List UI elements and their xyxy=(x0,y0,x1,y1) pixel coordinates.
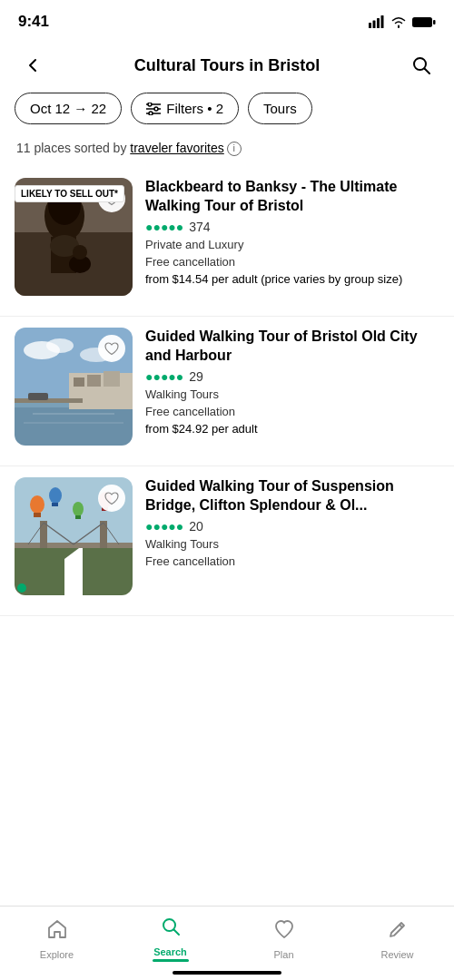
status-time: 9:41 xyxy=(18,13,49,31)
svg-rect-0 xyxy=(369,23,371,28)
card-2-stars: ●●●●● xyxy=(145,369,183,384)
svg-point-42 xyxy=(73,502,84,516)
nav-explore-label: Explore xyxy=(40,949,74,960)
svg-point-25 xyxy=(46,338,74,353)
card-3-title[interactable]: Guided Walking Tour of Suspension Bridge… xyxy=(145,477,439,515)
svg-rect-2 xyxy=(377,18,380,28)
card-1-stars: ●●●●● xyxy=(145,220,183,234)
svg-point-38 xyxy=(30,495,44,514)
battery-icon xyxy=(412,16,436,28)
svg-rect-32 xyxy=(104,371,120,387)
card-2-image-wrap xyxy=(15,328,133,449)
svg-rect-31 xyxy=(87,375,101,387)
card-2-title[interactable]: Guided Walking Tour of Bristol Old City … xyxy=(145,328,439,366)
card-2-review-count: 29 xyxy=(189,369,203,384)
tours-chip-label: Tours xyxy=(263,101,297,116)
card-2-price: from $24.92 per adult xyxy=(145,422,439,436)
signal-icon xyxy=(369,15,385,28)
filters-chip[interactable]: Filters • 2 xyxy=(131,93,239,124)
pencil-nav-icon xyxy=(387,918,409,946)
home-indicator xyxy=(173,971,281,975)
nav-review[interactable]: Review xyxy=(340,918,454,960)
nav-search[interactable]: Search xyxy=(114,916,227,962)
filters-chip-label: Filters • 2 xyxy=(166,101,223,116)
info-icon[interactable]: i xyxy=(227,142,242,156)
header: Cultural Tours in Bristol xyxy=(0,40,454,93)
filter-row: Oct 12 → 22 Filters • 2 Tours xyxy=(0,93,454,137)
filter-icon xyxy=(146,103,161,115)
sort-link[interactable]: traveler favorites xyxy=(130,141,223,155)
svg-rect-39 xyxy=(34,513,41,517)
bottom-nav: Explore Search Plan Review xyxy=(0,906,454,980)
svg-rect-3 xyxy=(381,15,384,28)
card-2-tag: Walking Tours xyxy=(145,387,439,401)
nav-explore[interactable]: Explore xyxy=(0,918,114,960)
svg-line-55 xyxy=(173,930,179,936)
card-2-cancellation: Free cancellation xyxy=(145,405,439,418)
card-2-rating-row: ●●●●● 29 xyxy=(145,369,439,384)
svg-rect-34 xyxy=(28,393,48,400)
nav-plan[interactable]: Plan xyxy=(227,918,340,960)
card-3-stars: ●●●●● xyxy=(145,519,183,534)
back-button[interactable] xyxy=(16,49,49,82)
wifi-icon xyxy=(390,15,407,28)
sort-line: 11 places sorted by traveler favoritesi xyxy=(0,137,454,167)
card-1-review-count: 374 xyxy=(189,220,210,234)
card-1-rating-row: ●●●●● 374 xyxy=(145,220,439,234)
card-1-title[interactable]: Blackbeard to Banksy - The Ultimate Walk… xyxy=(145,178,439,216)
date-chip[interactable]: Oct 12 → 22 xyxy=(15,93,122,124)
svg-line-56 xyxy=(400,925,402,927)
svg-rect-33 xyxy=(15,398,83,403)
sort-prefix: 11 places sorted by xyxy=(16,141,130,155)
card-3-tag: Walking Tours xyxy=(145,537,439,551)
card-3-review-count: 20 xyxy=(189,519,203,534)
svg-rect-5 xyxy=(433,20,436,24)
status-bar: 9:41 xyxy=(0,0,454,40)
nav-plan-label: Plan xyxy=(273,949,293,960)
date-chip-label: Oct 12 → 22 xyxy=(30,101,106,116)
tours-chip[interactable]: Tours xyxy=(248,93,312,124)
tour-card-2: Guided Walking Tour of Bristol Old City … xyxy=(0,317,454,466)
card-1-tag: Private and Luxury xyxy=(145,238,439,251)
card-1-cancellation: Free cancellation xyxy=(145,255,439,269)
svg-rect-41 xyxy=(52,503,58,506)
nav-review-label: Review xyxy=(380,949,413,960)
svg-point-12 xyxy=(154,107,158,111)
nav-search-label: Search xyxy=(153,946,187,957)
svg-point-11 xyxy=(148,103,152,106)
home-icon xyxy=(46,918,68,946)
card-3-image-wrap xyxy=(15,477,133,599)
svg-rect-1 xyxy=(373,21,376,29)
svg-point-53 xyxy=(17,583,26,593)
tour-card-3: Guided Walking Tour of Suspension Bridge… xyxy=(0,466,454,616)
svg-rect-43 xyxy=(75,515,81,519)
svg-rect-46 xyxy=(15,543,133,548)
tour-card-1: LIKELY TO SELL OUT* Blackbeard to Banksy… xyxy=(0,167,454,317)
svg-rect-4 xyxy=(412,17,432,27)
page-title: Cultural Tours in Bristol xyxy=(49,56,405,75)
card-3-content: Guided Walking Tour of Suspension Bridge… xyxy=(145,477,439,599)
card-3-cancellation: Free cancellation xyxy=(145,554,439,568)
card-1-content: Blackbeard to Banksy - The Ultimate Walk… xyxy=(145,178,439,299)
card-1-image-wrap: LIKELY TO SELL OUT* xyxy=(15,178,133,299)
heart-nav-icon xyxy=(273,918,295,946)
svg-point-13 xyxy=(149,112,153,115)
sell-out-badge: LIKELY TO SELL OUT* xyxy=(15,185,124,202)
card-1-price: from $14.54 per adult (price varies by g… xyxy=(145,272,439,286)
active-indicator xyxy=(153,959,189,962)
svg-rect-30 xyxy=(74,377,84,387)
svg-line-7 xyxy=(425,69,430,74)
card-2-content: Guided Walking Tour of Bristol Old City … xyxy=(145,328,439,449)
search-header-button[interactable] xyxy=(405,49,438,82)
card-3-rating-row: ●●●●● 20 xyxy=(145,519,439,534)
search-nav-icon xyxy=(160,916,182,943)
svg-point-40 xyxy=(49,487,62,504)
status-icons xyxy=(369,15,436,28)
